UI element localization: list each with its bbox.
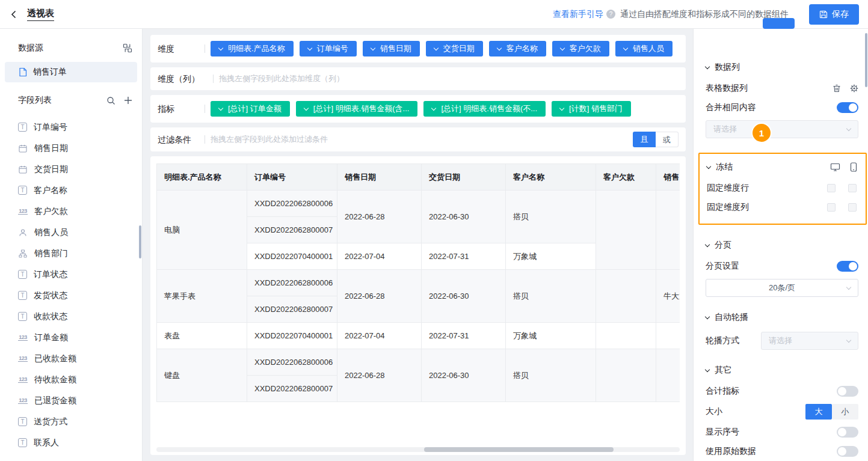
chevron-down-icon: [706, 163, 711, 168]
field-item[interactable]: 123已退货金额: [0, 390, 142, 411]
trash-icon[interactable]: [833, 84, 841, 93]
total-metric-toggle[interactable]: [837, 386, 858, 397]
pagination-toggle[interactable]: [837, 261, 858, 272]
freeze-row-mobile-checkbox[interactable]: [848, 184, 857, 192]
switch-datasource-icon[interactable]: [123, 43, 132, 53]
dimension-chip[interactable]: 交货日期: [426, 41, 483, 56]
field-item[interactable]: 123已收款金额: [0, 348, 142, 369]
field-item[interactable]: 销售人员: [0, 222, 142, 243]
table-cell: XXDD2022070400001: [247, 243, 337, 270]
divider: [205, 44, 205, 53]
field-item[interactable]: 交货日期: [0, 159, 142, 180]
dimension-chip[interactable]: 销售日期: [363, 41, 420, 56]
freeze-col-mobile-checkbox[interactable]: [848, 203, 857, 212]
other-header[interactable]: 其它: [706, 364, 858, 376]
table-cell: [596, 323, 656, 349]
field-item[interactable]: T订单状态: [0, 264, 142, 285]
chevron-down-icon: [705, 314, 710, 319]
dimension-chip[interactable]: 明细表.产品名称: [211, 41, 294, 56]
freeze-col-desktop-checkbox[interactable]: [827, 203, 836, 212]
show-index-toggle[interactable]: [837, 427, 858, 438]
back-button[interactable]: [9, 10, 19, 19]
pagination-header[interactable]: 分页: [706, 239, 858, 251]
field-item[interactable]: T送货方式: [0, 411, 142, 432]
carousel-header[interactable]: 自动轮播: [706, 311, 858, 323]
table-header-cell: 交货日期: [422, 164, 506, 191]
field-item[interactable]: T客户名称: [0, 180, 142, 201]
sidebar-scrollbar[interactable]: [139, 225, 141, 258]
save-button[interactable]: 保存: [809, 4, 859, 25]
dimension-dropzone[interactable]: 明细表.产品名称 订单编号 销售日期 交货日期 客户名称 客户欠款 销售人员: [211, 41, 679, 56]
guide-link[interactable]: 查看新手引导: [553, 9, 603, 20]
table-cell: 2022-07-04: [337, 323, 422, 349]
metric-label: 指标: [158, 101, 201, 117]
dimension-chip[interactable]: 客户欠款: [552, 41, 609, 56]
gear-icon[interactable]: [850, 84, 858, 93]
table-header-cell: 客户名称: [506, 164, 596, 191]
field-item[interactable]: T联系人: [0, 432, 142, 453]
table-cell: 2022-07-04: [337, 243, 422, 270]
datasource-label: 数据源: [18, 43, 43, 53]
and-button[interactable]: 且: [633, 132, 656, 147]
datasource-item[interactable]: 销售订单: [5, 62, 137, 82]
metric-chip[interactable]: [总计] 明细表.销售金额(不...: [423, 101, 546, 117]
panel-tab-indicator[interactable]: [763, 18, 795, 29]
metric-dropzone[interactable]: [总计] 订单金额 [总计] 明细表.销售金额(含... [总计] 明细表.销售…: [211, 101, 679, 117]
dimension-chip[interactable]: 销售人员: [615, 41, 673, 56]
table-row: 电脑 XXDD2022062800006 2022-06-28 2022-06-…: [157, 191, 680, 217]
freeze-header[interactable]: 冻结: [707, 161, 857, 173]
chevron-down-icon: [218, 45, 223, 50]
carousel-mode-select[interactable]: 请选择: [761, 332, 858, 350]
number-field-icon: 123: [18, 334, 28, 341]
or-button[interactable]: 或: [656, 132, 679, 147]
metric-chip[interactable]: [计数] 销售部门: [552, 101, 631, 117]
field-list: T订单编号 销售日期 交货日期 T客户名称 123客户欠款 销售人员 销售部门 …: [0, 117, 142, 453]
field-item[interactable]: T收款状态: [0, 306, 142, 327]
carousel-section: 自动轮播 轮播方式 请选择: [706, 311, 858, 350]
mobile-icon[interactable]: [850, 162, 857, 172]
metric-chip[interactable]: [总计] 订单金额: [211, 101, 290, 117]
raw-data-toggle[interactable]: [837, 446, 858, 457]
search-icon[interactable]: [106, 96, 115, 105]
other-section: 其它 合计指标 大小 大 小 显示序号: [706, 364, 858, 458]
field-item[interactable]: 123订单金额: [0, 327, 142, 348]
size-large-button[interactable]: 大: [805, 404, 832, 420]
pivot-table-card: 明细表.产品名称 订单编号 销售日期 交货日期 客户名称 客户欠款 销售: [150, 156, 686, 455]
settings-panel: 数据列 表格数据列 合并相同内容 请选择 1: [693, 29, 868, 461]
horizontal-scrollbar-track[interactable]: [156, 447, 680, 452]
dimension-chip[interactable]: 订单编号: [300, 41, 357, 56]
size-small-button[interactable]: 小: [832, 404, 858, 420]
chevron-down-icon: [304, 105, 309, 110]
help-icon[interactable]: ?: [606, 10, 615, 19]
dimension-chip[interactable]: 客户名称: [489, 41, 546, 56]
freeze-row-label: 固定维度行: [707, 183, 749, 194]
table-cell: XXDD2022062800006: [247, 191, 337, 217]
table-cell: 2022-07-31: [422, 243, 506, 270]
carousel-mode-label: 轮播方式: [706, 335, 739, 346]
add-field-icon[interactable]: [124, 96, 132, 105]
panel-scrollbar[interactable]: [865, 33, 867, 87]
data-column-header[interactable]: 数据列: [706, 61, 858, 73]
table-cell: XXDD2022062800007: [247, 376, 337, 402]
field-item[interactable]: 123待收款金额: [0, 369, 142, 390]
metric-chip[interactable]: [总计] 明细表.销售金额(含...: [296, 101, 418, 117]
horizontal-scrollbar-thumb[interactable]: [424, 447, 614, 452]
table-cell: XXDD2022062800007: [247, 217, 337, 243]
column-dimension-dropzone[interactable]: 拖拽左侧字段到此处添加维度（列）: [219, 73, 679, 84]
table-cell: [656, 349, 680, 402]
field-item[interactable]: T订单编号: [0, 117, 142, 138]
desktop-icon[interactable]: [830, 162, 840, 172]
pagination-section: 分页 分页设置 20条/页: [706, 239, 858, 297]
freeze-row-desktop-checkbox[interactable]: [827, 184, 836, 192]
merge-column-select[interactable]: 请选择: [706, 120, 858, 138]
merge-same-content-label: 合并相同内容: [706, 102, 756, 113]
filter-card: 过滤条件 拖拽左侧字段到此处添加过滤条件 且 或: [150, 127, 686, 151]
field-item[interactable]: 销售日期: [0, 138, 142, 159]
field-item[interactable]: 销售部门: [0, 243, 142, 264]
merge-same-content-toggle[interactable]: [837, 102, 858, 113]
page-size-select[interactable]: 20条/页: [706, 279, 858, 297]
field-item[interactable]: T发货状态: [0, 285, 142, 306]
field-item[interactable]: 123客户欠款: [0, 201, 142, 222]
number-field-icon: 123: [18, 397, 28, 404]
filter-dropzone[interactable]: 拖拽左侧字段到此处添加过滤条件: [211, 134, 633, 145]
